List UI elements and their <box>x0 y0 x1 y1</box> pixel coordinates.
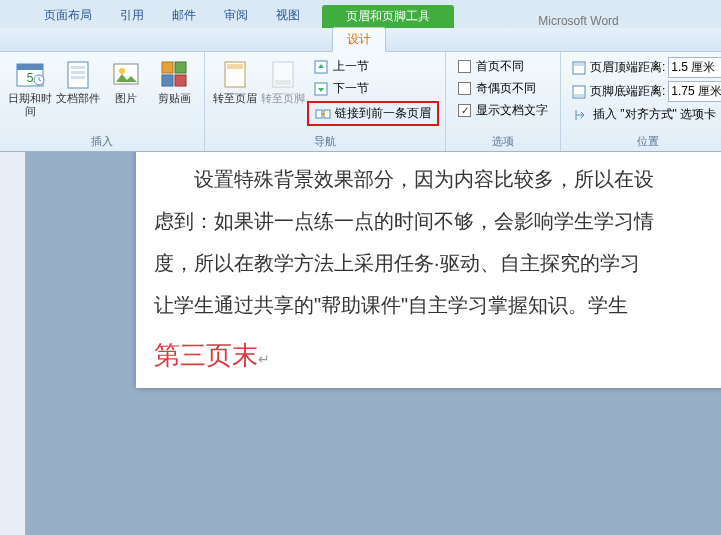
group-label-position: 位置 <box>567 132 721 149</box>
tab-mailings[interactable]: 邮件 <box>158 3 210 28</box>
tab-context-header-footer-tools: 页眉和页脚工具 <box>322 5 454 28</box>
svg-point-9 <box>119 68 125 74</box>
different-odd-even-checkbox[interactable]: 奇偶页不同 <box>452 78 554 99</box>
body-text: 设置特殊背景效果部分，因为内容比较多，所以在设 <box>154 158 721 200</box>
tab-review[interactable]: 审阅 <box>210 3 262 28</box>
header-top-distance-row: 页眉顶端距离: 1.5 厘米 <box>567 56 721 79</box>
svg-rect-15 <box>227 64 243 69</box>
group-label-nav: 导航 <box>211 132 439 149</box>
clipart-button[interactable]: 剪贴画 <box>150 56 198 120</box>
svg-rect-4 <box>68 62 88 88</box>
svg-rect-12 <box>162 75 173 86</box>
svg-rect-7 <box>71 76 85 79</box>
document-area: 设置特殊背景效果部分，因为内容比较多，所以在设 虑到：如果讲一点练一点的时间不够… <box>0 152 721 535</box>
down-arrow-icon <box>313 81 329 97</box>
body-text: 度，所以在教学方法上采用任务·驱动、自主探究的学习 <box>154 242 721 284</box>
svg-rect-1 <box>17 64 43 70</box>
checkbox-icon <box>458 82 471 95</box>
vertical-ruler <box>0 152 26 535</box>
title-bar: Microsoft Word <box>454 14 721 28</box>
calendar-icon: 5 <box>14 58 46 90</box>
tab-view[interactable]: 视图 <box>262 3 314 28</box>
building-blocks-icon <box>62 58 94 90</box>
checkbox-checked-icon: ✓ <box>458 104 471 117</box>
header-distance-icon <box>571 60 587 76</box>
ribbon: 5 日期和时间 文档部件 图片 剪贴画 插入 <box>0 52 721 152</box>
goto-footer-button: 转至页脚 <box>259 56 307 127</box>
group-label-insert: 插入 <box>6 132 198 149</box>
insert-alignment-tab-button[interactable]: 插入 "对齐方式" 选项卡 <box>567 104 721 125</box>
body-text: 虑到：如果讲一点练一点的时间不够，会影响学生学习情 <box>154 200 721 242</box>
picture-icon <box>110 58 142 90</box>
svg-rect-6 <box>71 71 85 74</box>
svg-rect-5 <box>71 66 85 69</box>
svg-rect-13 <box>175 75 186 86</box>
body-text: 让学生通过共享的"帮助课件"自主学习掌握知识。学生 <box>154 284 721 326</box>
tab-page-layout[interactable]: 页面布局 <box>30 3 106 28</box>
clipart-icon <box>158 58 190 90</box>
tab-design[interactable]: 设计 <box>332 27 386 52</box>
link-to-previous-button[interactable]: 链接到前一条页眉 <box>307 101 439 126</box>
tab-icon <box>573 107 589 123</box>
group-label-options: 选项 <box>452 132 554 149</box>
svg-rect-11 <box>175 62 186 73</box>
goto-header-button[interactable]: 转至页眉 <box>211 56 259 127</box>
header-distance-input[interactable]: 1.5 厘米 <box>668 57 721 78</box>
checkbox-icon <box>458 60 471 73</box>
svg-rect-10 <box>162 62 173 73</box>
page[interactable]: 设置特殊背景效果部分，因为内容比较多，所以在设 虑到：如果讲一点练一点的时间不够… <box>136 152 721 388</box>
goto-header-icon <box>219 58 251 90</box>
different-first-page-checkbox[interactable]: 首页不同 <box>452 56 554 77</box>
footer-bottom-distance-row: 页脚底端距离: 1.75 厘米 <box>567 80 721 103</box>
next-section-button[interactable]: 下一节 <box>307 78 439 99</box>
link-icon <box>315 106 331 122</box>
footer-distance-input[interactable]: 1.75 厘米 <box>668 81 721 102</box>
svg-rect-23 <box>574 63 584 66</box>
previous-section-button[interactable]: 上一节 <box>307 56 439 77</box>
tab-references[interactable]: 引用 <box>106 3 158 28</box>
picture-button[interactable]: 图片 <box>102 56 150 120</box>
up-arrow-icon <box>313 59 329 75</box>
goto-footer-icon <box>267 58 299 90</box>
svg-rect-17 <box>275 80 291 85</box>
svg-text:5: 5 <box>27 71 34 85</box>
show-document-text-checkbox[interactable]: ✓ 显示文档文字 <box>452 100 554 121</box>
page-end-marker: 第三页末↵ <box>154 334 721 380</box>
date-time-button[interactable]: 5 日期和时间 <box>6 56 54 120</box>
doc-parts-button[interactable]: 文档部件 <box>54 56 102 120</box>
footer-distance-icon <box>571 84 587 100</box>
svg-rect-25 <box>574 94 584 97</box>
